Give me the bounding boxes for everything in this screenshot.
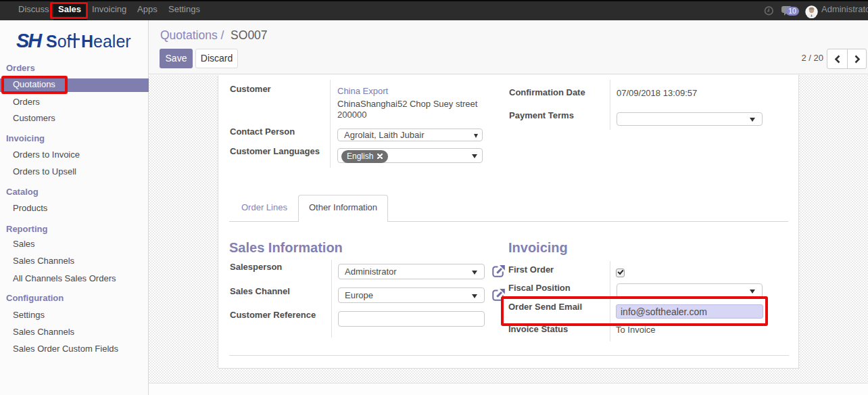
svg-text:Sof: Sof	[46, 32, 72, 51]
svg-text:SH: SH	[16, 30, 43, 51]
svg-text:10: 10	[788, 7, 796, 15]
svg-text:Healer: Healer	[81, 32, 131, 51]
